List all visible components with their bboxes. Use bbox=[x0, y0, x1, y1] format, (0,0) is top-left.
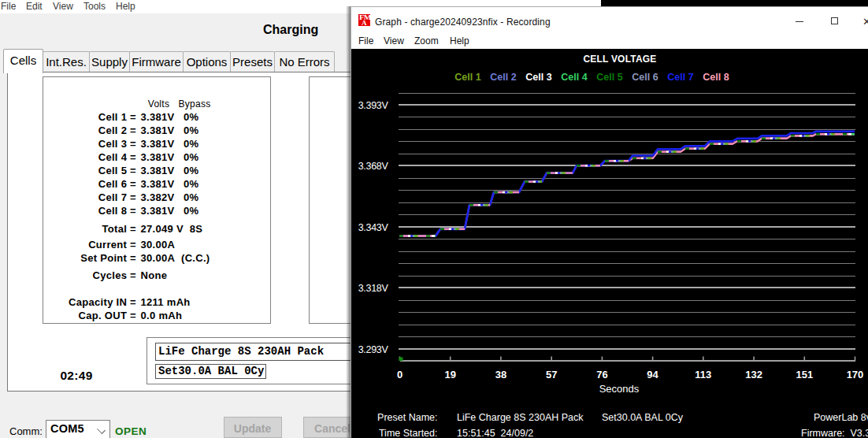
svg-text:113: 113 bbox=[695, 369, 711, 380]
svg-text:Preset Name:: Preset Name: bbox=[377, 412, 437, 423]
svg-text:CELL VOLTAGE: CELL VOLTAGE bbox=[583, 54, 656, 65]
svg-text:38: 38 bbox=[495, 369, 506, 380]
svg-text:76: 76 bbox=[596, 369, 607, 380]
svg-text:132: 132 bbox=[745, 369, 762, 380]
svg-text:19: 19 bbox=[444, 369, 455, 380]
svg-text:Time Started:: Time Started: bbox=[379, 428, 438, 438]
svg-text:PowerLab 8v2: PowerLab 8v2 bbox=[814, 412, 868, 423]
svg-text:Set30.0A BAL 0Cy: Set30.0A BAL 0Cy bbox=[602, 412, 684, 423]
svg-text:Cell 3: Cell 3 bbox=[525, 72, 551, 83]
svg-text:151: 151 bbox=[796, 369, 813, 380]
svg-text:Cell 4: Cell 4 bbox=[561, 72, 587, 83]
svg-text:Seconds: Seconds bbox=[599, 383, 640, 395]
svg-text:94: 94 bbox=[647, 369, 658, 380]
svg-text:3.343V: 3.343V bbox=[358, 222, 389, 233]
svg-text:Cell 5: Cell 5 bbox=[596, 72, 622, 83]
svg-text:Cell 1: Cell 1 bbox=[454, 72, 480, 83]
svg-text:LiFe Charge 8S 230AH Pack: LiFe Charge 8S 230AH Pack bbox=[457, 412, 584, 423]
svg-text:3.293V: 3.293V bbox=[358, 344, 389, 355]
svg-text:Cell 6: Cell 6 bbox=[632, 72, 658, 83]
svg-text:170: 170 bbox=[847, 369, 864, 380]
svg-text:0: 0 bbox=[397, 369, 402, 380]
svg-text:Cell 7: Cell 7 bbox=[667, 72, 693, 83]
svg-text:Firmware: V3.38: Firmware: V3.38 bbox=[801, 428, 868, 438]
svg-text:3.318V: 3.318V bbox=[358, 283, 389, 294]
svg-text:3.393V: 3.393V bbox=[358, 100, 389, 111]
svg-text:3.368V: 3.368V bbox=[358, 161, 389, 172]
svg-text:15:51:45 24/09/2: 15:51:45 24/09/2 bbox=[457, 428, 533, 438]
svg-text:57: 57 bbox=[546, 369, 557, 380]
svg-text:Cell 2: Cell 2 bbox=[490, 72, 516, 83]
svg-text:Cell 8: Cell 8 bbox=[703, 72, 729, 83]
